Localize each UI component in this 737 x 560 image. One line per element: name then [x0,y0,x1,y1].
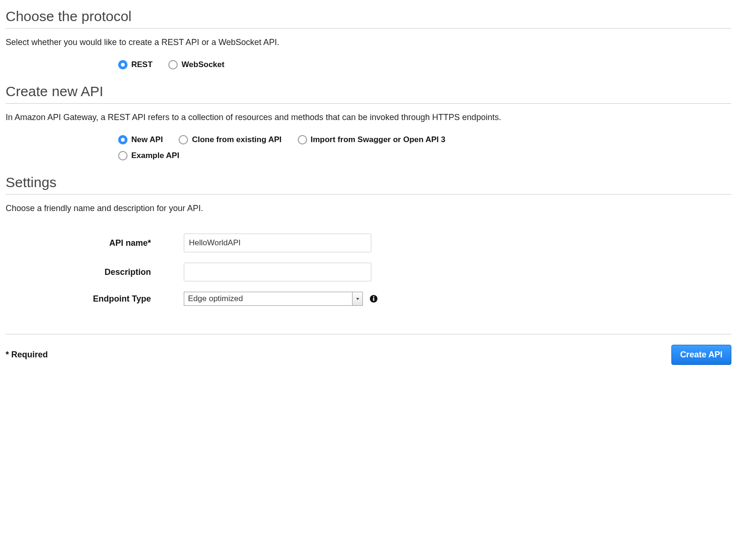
radio-unselected-icon [179,135,188,144]
description-label: Description [6,267,184,277]
protocol-option-label: REST [131,60,152,69]
protocol-option-websocket[interactable]: WebSocket [168,60,224,69]
create-option-label: Example API [131,151,179,160]
create-option-label: New API [131,135,163,144]
radio-selected-icon [118,60,128,69]
radio-unselected-icon [298,135,307,144]
api-name-input[interactable] [184,234,371,252]
protocol-option-rest[interactable]: REST [118,60,152,69]
svg-point-2 [373,296,375,298]
chevron-down-icon [352,292,362,305]
form-row-endpoint-type: Endpoint Type Edge optimized [6,292,731,306]
create-option-example[interactable]: Example API [118,151,549,160]
divider [6,334,731,334]
svg-rect-3 [373,298,375,301]
endpoint-type-label: Endpoint Type [6,294,184,304]
required-note: * Required [6,350,48,360]
create-api-heading: Create new API [6,83,731,99]
settings-description: Choose a friendly name and description f… [6,202,731,215]
protocol-description: Select whether you would like to create … [6,36,731,49]
create-option-import[interactable]: Import from Swagger or Open API 3 [298,135,445,144]
settings-heading: Settings [6,174,731,190]
create-option-clone[interactable]: Clone from existing API [179,135,281,144]
create-option-label: Import from Swagger or Open API 3 [311,135,445,144]
endpoint-type-value: Edge optimized [184,292,352,305]
divider [6,194,731,195]
create-api-radio-group: New API Clone from existing API Import f… [118,135,549,160]
info-icon[interactable] [369,295,378,303]
protocol-heading: Choose the protocol [6,8,731,24]
create-api-description: In Amazon API Gateway, a REST API refers… [6,111,731,124]
protocol-option-label: WebSocket [181,60,224,69]
radio-unselected-icon [168,60,178,69]
protocol-radio-group: REST WebSocket [118,60,731,69]
divider [6,28,731,29]
form-row-api-name: API name* [6,234,731,252]
radio-selected-icon [118,135,128,144]
create-option-label: Clone from existing API [192,135,281,144]
svg-marker-0 [356,298,359,300]
description-input[interactable] [184,263,371,281]
endpoint-type-select[interactable]: Edge optimized [184,292,363,306]
create-option-new[interactable]: New API [118,135,163,144]
api-name-label: API name* [6,238,184,248]
radio-unselected-icon [118,151,128,160]
form-row-description: Description [6,263,731,281]
create-api-button[interactable]: Create API [671,345,731,365]
footer-row: * Required Create API [6,345,731,365]
divider [6,103,731,104]
